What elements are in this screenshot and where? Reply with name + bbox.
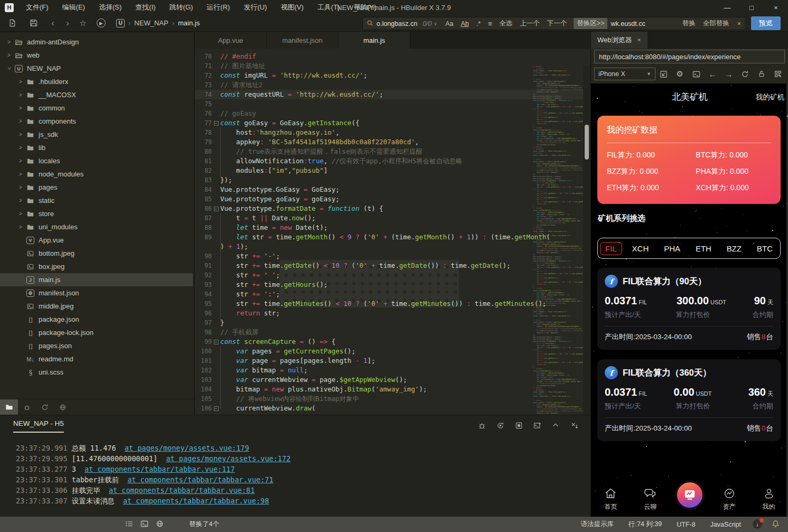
menu-item[interactable]: 编辑(E): [55, 0, 92, 15]
tree-item-locales[interactable]: >locales: [0, 154, 193, 167]
log-source-link[interactable]: at pages/money/assets.vue:172: [166, 454, 290, 463]
browser-tab[interactable]: Web浏览器 ×: [591, 32, 648, 49]
coin-tab-xch[interactable]: XCH: [627, 242, 654, 255]
coin-tab-bzz[interactable]: BZZ: [721, 242, 747, 255]
tree-item-__macosx[interactable]: >__MACOSX: [0, 88, 193, 101]
breadcrumb-file[interactable]: main.js: [178, 19, 200, 27]
search-toggle[interactable]: ≡: [484, 20, 495, 27]
restart-icon[interactable]: [495, 421, 505, 430]
url-input[interactable]: [594, 50, 785, 63]
search-toggle[interactable]: Ab: [457, 20, 472, 27]
log-source-link[interactable]: at pages/money/assets.vue:179: [125, 444, 249, 452]
tree-item-store[interactable]: >store: [0, 207, 193, 220]
log-source-link[interactable]: at components/tabbar/tabbar.vue:81: [109, 486, 255, 494]
tree-item-lib[interactable]: >lib: [0, 141, 193, 154]
nav-item-首页[interactable]: 首页: [591, 480, 631, 515]
chevron-icon[interactable]: >: [17, 132, 24, 137]
code-editor[interactable]: App.vuemanifest.jsonmain.js 70// #endif7…: [195, 32, 590, 415]
replace-input[interactable]: wk.eusdt.cc: [611, 20, 645, 27]
terminal-icon[interactable]: [140, 520, 148, 529]
editor-tab-main-js[interactable]: main.js: [339, 32, 410, 49]
back-icon[interactable]: ‹: [45, 18, 60, 29]
qr-icon[interactable]: [770, 70, 786, 78]
save-icon[interactable]: [25, 16, 41, 30]
forward-icon[interactable]: ›: [60, 18, 75, 29]
settings-icon[interactable]: ⚙: [672, 69, 688, 79]
terminal-add-icon[interactable]: [532, 421, 542, 430]
breadcrumb-project[interactable]: NEW_NAP: [134, 19, 168, 27]
maximize-button[interactable]: □: [739, 0, 764, 15]
nav-item-资产[interactable]: 资产: [709, 480, 749, 515]
line-col-indicator[interactable]: 行:74 列:39: [621, 520, 669, 529]
menu-item[interactable]: 视图(V): [274, 0, 310, 15]
bug-icon[interactable]: [477, 421, 486, 430]
bell-icon[interactable]: [772, 520, 780, 529]
code-area[interactable]: 70// #endif71// 图片基地址72const imgURL = 'h…: [195, 49, 590, 415]
nav-item-云聊[interactable]: 云聊: [631, 480, 670, 515]
coin-tab-eth[interactable]: ETH: [690, 242, 717, 255]
bug-icon[interactable]: [18, 399, 36, 415]
product-card[interactable]: fFIL联合算力（360天）0.0371FIL0.00USDT360天预计产出/…: [597, 359, 781, 441]
refresh-icon[interactable]: [737, 70, 753, 78]
tree-item-bottom.jpeg[interactable]: bottom.jpeg: [0, 247, 193, 260]
my-miners-link[interactable]: 我的矿机: [756, 92, 784, 102]
tree-item-new_nap[interactable]: >UNEW_NAP: [0, 62, 193, 75]
minimap[interactable]: // #endif // 图片基地址 const imgURL = 'http:…: [533, 66, 583, 415]
menu-item[interactable]: 选择(S): [92, 0, 128, 15]
chevron-icon[interactable]: >: [17, 79, 24, 85]
coin-tab-pha[interactable]: PHA: [659, 242, 686, 255]
tree-item-uni.scss[interactable]: §uni.scss: [0, 366, 193, 379]
fab-button[interactable]: [675, 480, 705, 510]
outline-icon[interactable]: [125, 520, 133, 529]
tree-item-static[interactable]: >static: [0, 194, 193, 207]
syntax-lib[interactable]: 语法提示库: [573, 520, 621, 529]
tree-item-js_sdk[interactable]: >js_sdk: [0, 128, 193, 141]
tree-item-middle.jpeg[interactable]: middle.jpeg: [0, 300, 193, 313]
close-clear-icon[interactable]: [569, 421, 579, 430]
forward-icon[interactable]: →: [721, 70, 737, 79]
log-source-link[interactable]: at components/tabbar/tabbar.vue:71: [127, 475, 273, 484]
nav-item-我的[interactable]: 我的: [749, 480, 788, 515]
search-input[interactable]: o.longbasz.cn: [377, 20, 417, 27]
tree-item-pages.json[interactable]: [ ]pages.json: [0, 339, 193, 352]
tree-item-web[interactable]: >web: [0, 49, 193, 62]
chevron-icon[interactable]: >: [17, 145, 24, 151]
new-file-icon[interactable]: [4, 16, 20, 30]
replace-zone-button[interactable]: 替换区>>: [574, 18, 607, 29]
chevron-down-icon[interactable]: ∨: [434, 21, 438, 26]
tree-item-admin-antdesign[interactable]: >admin-antDesign: [0, 35, 193, 49]
preview-button[interactable]: 预览: [751, 16, 781, 30]
log-source-link[interactable]: at components/tabbar/tabbar.vue:117: [85, 465, 234, 473]
chevron-icon[interactable]: >: [17, 105, 24, 111]
editor-scrollbar[interactable]: [583, 66, 590, 415]
console-tab[interactable]: NEW_NAP - H5: [13, 419, 64, 433]
chevron-icon[interactable]: >: [17, 92, 24, 98]
device-select[interactable]: iPhone X ▼: [594, 68, 655, 80]
tree-item-package.json[interactable]: [ ]package.json: [0, 313, 193, 326]
files-icon[interactable]: [0, 399, 18, 415]
search-action-button[interactable]: 全选: [495, 19, 516, 28]
tree-item-.hbuilderx[interactable]: >.hbuilderx: [0, 75, 193, 88]
minimize-button[interactable]: —: [715, 0, 739, 15]
chevron-icon[interactable]: >: [17, 158, 24, 164]
menu-item[interactable]: 运行(R): [200, 0, 237, 15]
search-toggle[interactable]: Aa: [442, 20, 457, 27]
tree-item-common[interactable]: >common: [0, 101, 193, 115]
close-button[interactable]: ×: [764, 0, 788, 15]
tree-item-readme.md[interactable]: M↓readme.md: [0, 352, 193, 366]
coin-tab-btc[interactable]: BTC: [752, 242, 778, 255]
tree-item-app.vue[interactable]: VApp.vue: [0, 234, 193, 247]
chevron-icon[interactable]: >: [17, 184, 24, 190]
tree-item-manifest.json[interactable]: ⚙manifest.json: [0, 286, 193, 300]
tree-item-main.js[interactable]: Jmain.js: [0, 273, 193, 286]
editor-tab-manifest-json[interactable]: manifest.json: [267, 32, 339, 49]
product-card[interactable]: fFIL联合算力（90天）0.0371FIL300.00USDT90天预计产出/…: [597, 268, 781, 350]
language-indicator[interactable]: JavaScript: [703, 521, 748, 528]
close-search-icon[interactable]: ×: [737, 20, 741, 27]
update-download-icon[interactable]: ↓: [753, 519, 763, 530]
menu-item[interactable]: 查找(I): [128, 0, 162, 15]
menu-item[interactable]: 发行(U): [237, 0, 274, 15]
replace-button[interactable]: 替换: [679, 19, 699, 28]
stop-icon[interactable]: [514, 421, 523, 430]
tree-item-pages[interactable]: >pages: [0, 181, 193, 194]
